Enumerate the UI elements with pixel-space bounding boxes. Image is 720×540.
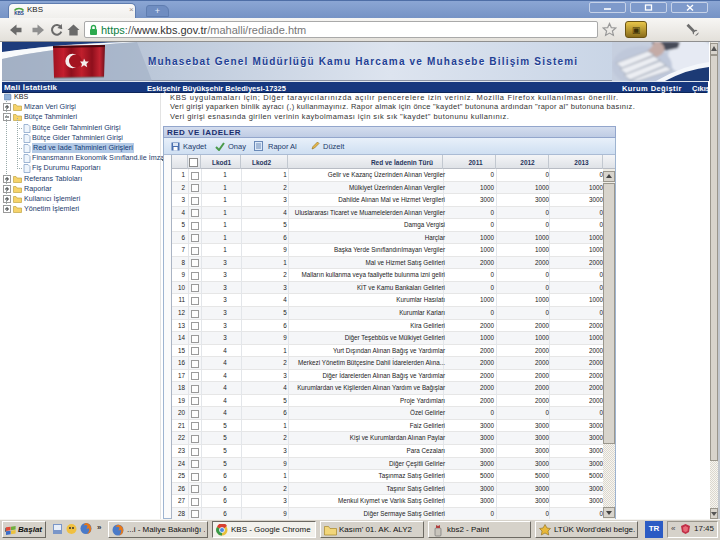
- svg-text:KBS: KBS: [14, 11, 24, 16]
